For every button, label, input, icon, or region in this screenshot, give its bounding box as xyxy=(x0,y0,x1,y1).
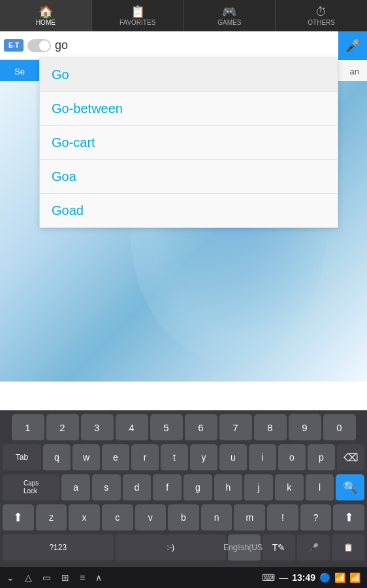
key-f[interactable]: f xyxy=(153,474,182,502)
tab-search-label: Se xyxy=(14,67,25,76)
key-o[interactable]: o xyxy=(278,444,306,472)
edit-key[interactable]: T✎ xyxy=(263,534,295,562)
key-s[interactable]: s xyxy=(92,474,121,502)
nav-label-home: HOME xyxy=(36,19,56,26)
autocomplete-text: Go-between xyxy=(52,101,123,116)
key-q[interactable]: q xyxy=(43,444,71,472)
keyboard-status-icon: ⌨ xyxy=(262,572,275,583)
key-e[interactable]: e xyxy=(102,444,129,472)
key-1[interactable]: 1 xyxy=(12,414,44,442)
key-d[interactable]: d xyxy=(123,474,152,502)
language-toggle[interactable]: E-T xyxy=(4,39,24,52)
key-x[interactable]: x xyxy=(69,504,100,532)
toggle-switch[interactable] xyxy=(27,39,51,52)
nav-item-home[interactable]: 🏠 HOME xyxy=(0,0,92,31)
key-w[interactable]: w xyxy=(72,444,100,472)
key-4[interactable]: 4 xyxy=(116,414,148,442)
key-a[interactable]: a xyxy=(61,474,90,502)
autocomplete-text: Go xyxy=(52,67,69,82)
key-b[interactable]: b xyxy=(168,504,199,532)
bluetooth-icon: 🔵 xyxy=(319,572,330,583)
key-p[interactable]: p xyxy=(308,444,335,472)
dash-icon: — xyxy=(279,572,288,583)
key-m[interactable]: m xyxy=(234,504,265,532)
key-0[interactable]: 0 xyxy=(323,414,356,442)
nav-item-others[interactable]: ⏱ OTHERS xyxy=(276,0,367,31)
up-icon[interactable]: ∧ xyxy=(95,572,102,583)
search-input-wrap xyxy=(55,39,338,52)
signal-icon: 📶 xyxy=(349,572,360,583)
search-input[interactable] xyxy=(55,39,338,52)
nav-item-favorites[interactable]: 📋 FAVORITES xyxy=(92,0,184,31)
emoji-key[interactable]: :-) xyxy=(116,534,227,562)
key-l[interactable]: l xyxy=(306,474,334,502)
key-8[interactable]: 8 xyxy=(254,414,287,442)
status-time: 13:49 xyxy=(292,572,315,583)
key-question[interactable]: ? xyxy=(300,504,332,532)
autocomplete-item[interactable]: Go-cart xyxy=(40,126,338,160)
autocomplete-item[interactable]: Goad xyxy=(40,194,338,227)
clipboard-key[interactable]: 📋 xyxy=(332,534,364,562)
keyboard-row-bottom: ?123 :-) English(US) T✎ 🎤 📋 xyxy=(3,534,364,562)
caps-lock-key[interactable]: CapsLock xyxy=(3,474,59,502)
tab-right-label: an xyxy=(350,67,359,76)
key-u[interactable]: u xyxy=(219,444,247,472)
mic-icon: 🎤 xyxy=(345,39,360,53)
backspace-key[interactable]: ⌫ xyxy=(337,444,364,472)
favorites-icon: 📋 xyxy=(131,6,145,18)
keyboard-row-zxcv: ⬆ z x c v b n m ! ? ⬆ xyxy=(3,504,364,532)
symbol-key[interactable]: ?123 xyxy=(3,534,114,562)
home-nav-icon[interactable]: △ xyxy=(25,572,32,583)
mic-button[interactable]: 🎤 xyxy=(338,31,367,60)
nav-item-games[interactable]: 🎮 GAMES xyxy=(184,0,276,31)
status-right: ⌨ — 13:49 🔵 📶 📶 xyxy=(262,572,360,583)
key-9[interactable]: 9 xyxy=(289,414,321,442)
shift-left-key[interactable]: ⬆ xyxy=(3,504,34,532)
key-6[interactable]: 6 xyxy=(185,414,217,442)
status-bar: ⌄ △ ▭ ⊞ ≡ ∧ ⌨ — 13:49 🔵 📶 📶 xyxy=(0,567,367,588)
key-5[interactable]: 5 xyxy=(150,414,183,442)
mic-kb-key[interactable]: 🎤 xyxy=(297,534,330,562)
key-v[interactable]: v xyxy=(135,504,167,532)
key-7[interactable]: 7 xyxy=(219,414,252,442)
status-left: ⌄ △ ▭ ⊞ ≡ ∧ xyxy=(7,572,102,583)
key-n[interactable]: n xyxy=(201,504,232,532)
autocomplete-item[interactable]: Go-between xyxy=(40,92,338,126)
home-icon: 🏠 xyxy=(39,6,53,18)
others-icon: ⏱ xyxy=(315,6,327,18)
key-r[interactable]: r xyxy=(131,444,159,472)
keyboard-row-qwerty: Tab q w e r t y u i o p ⌫ xyxy=(3,444,364,472)
games-icon: 🎮 xyxy=(222,6,236,18)
key-j[interactable]: j xyxy=(244,474,273,502)
back-nav-icon[interactable]: ⌄ xyxy=(7,572,14,583)
key-h[interactable]: h xyxy=(214,474,243,502)
key-2[interactable]: 2 xyxy=(46,414,79,442)
key-c[interactable]: c xyxy=(102,504,133,532)
key-exclaim[interactable]: ! xyxy=(267,504,298,532)
search-tab[interactable]: Se xyxy=(0,60,39,83)
key-g[interactable]: g xyxy=(184,474,212,502)
space-key[interactable]: English(US) xyxy=(228,534,261,562)
autocomplete-text: Goad xyxy=(52,203,84,218)
key-z[interactable]: z xyxy=(36,504,67,532)
key-i[interactable]: i xyxy=(249,444,276,472)
qr-icon[interactable]: ⊞ xyxy=(61,572,69,583)
keyboard-row-numbers: 1 2 3 4 5 6 7 8 9 0 xyxy=(3,414,364,442)
key-y[interactable]: y xyxy=(190,444,217,472)
search-key[interactable]: 🔍 xyxy=(336,474,364,502)
key-3[interactable]: 3 xyxy=(81,414,114,442)
shift-right-key[interactable]: ⬆ xyxy=(333,504,364,532)
lang-label: E-T xyxy=(8,42,19,49)
key-k[interactable]: k xyxy=(275,474,304,502)
keyboard: 1 2 3 4 5 6 7 8 9 0 Tab q w e r t y u i … xyxy=(0,410,367,567)
top-navigation: 🏠 HOME 📋 FAVORITES 🎮 GAMES ⏱ OTHERS xyxy=(0,0,367,31)
autocomplete-item[interactable]: Go xyxy=(40,58,338,92)
autocomplete-item[interactable]: Goa xyxy=(40,160,338,194)
menu-icon[interactable]: ≡ xyxy=(80,572,85,583)
recents-nav-icon[interactable]: ▭ xyxy=(42,572,51,583)
key-tab[interactable]: Tab xyxy=(3,444,41,472)
search-bar: E-T 🎤 xyxy=(0,31,367,60)
keyboard-row-asdf: CapsLock a s d f g h j k l 🔍 xyxy=(3,474,364,502)
key-t[interactable]: t xyxy=(161,444,188,472)
nav-label-games: GAMES xyxy=(217,19,241,26)
